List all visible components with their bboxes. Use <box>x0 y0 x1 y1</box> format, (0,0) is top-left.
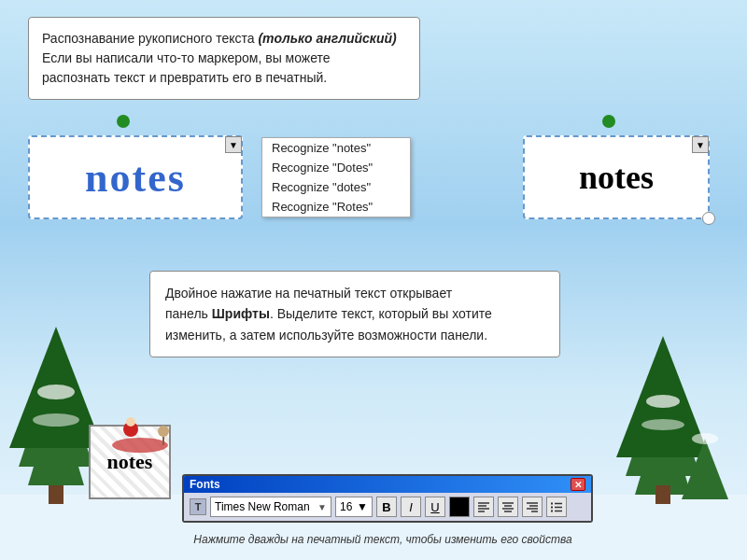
recognition-area: ▼ notes Recognize "notes" Recognize "Dot… <box>28 135 710 219</box>
menu-item-recognize-rotes[interactable]: Recognize "Rotes" <box>262 197 410 217</box>
menu-item-recognize-dotes[interactable]: Recognize "Dotes" <box>262 158 410 177</box>
green-dot-right <box>602 115 615 128</box>
svg-point-6 <box>37 385 75 399</box>
info-mid-line2-start: панель <box>165 306 212 321</box>
svg-marker-9 <box>626 364 700 476</box>
info-mid-line2-end: . Выделите текст, который вы хотите <box>270 306 492 321</box>
font-size-arrow: ▼ <box>357 500 368 513</box>
svg-rect-11 <box>655 485 670 504</box>
svg-marker-10 <box>616 336 710 457</box>
fonts-panel-title: Fonts <box>190 478 220 491</box>
bold-button[interactable]: B <box>376 497 397 517</box>
svg-marker-2 <box>19 355 93 467</box>
svg-marker-1 <box>28 392 84 485</box>
context-menu: Recognize "notes" Recognize "Dotes" Reco… <box>261 137 411 217</box>
svg-rect-32 <box>551 511 553 512</box>
info-top-italic: (только английский) <box>258 31 396 46</box>
info-mid-line1: Двойное нажатие на печатный текст открыв… <box>165 286 452 301</box>
green-dot-left <box>117 115 130 128</box>
svg-rect-28 <box>551 503 553 505</box>
recognized-box: ▼ notes <box>523 135 710 219</box>
caption: Нажмите дважды на печатный текст, чтобы … <box>182 533 584 546</box>
font-size-dropdown[interactable]: 16 ▼ <box>335 497 373 517</box>
resize-handle[interactable] <box>702 212 715 225</box>
font-name-arrow: ▼ <box>317 502 327 512</box>
recognized-text: notes <box>579 158 654 197</box>
notes-box-text: notes <box>107 450 153 474</box>
list-button[interactable] <box>546 497 567 517</box>
font-color-button[interactable] <box>449 497 470 517</box>
svg-point-13 <box>641 419 684 430</box>
align-left-button[interactable] <box>473 497 494 517</box>
handwritten-box: ▼ notes <box>28 135 243 219</box>
align-center-button[interactable] <box>498 497 518 517</box>
svg-point-12 <box>646 395 680 408</box>
info-mid-bold: Шрифты <box>212 306 270 321</box>
svg-marker-14 <box>682 439 728 499</box>
font-type-icon: T <box>190 498 206 515</box>
handwritten-text: notes <box>85 154 186 202</box>
info-top-line1: Распознавание рукописного текста <box>42 31 258 46</box>
fonts-panel-close-btn[interactable]: ✕ <box>571 478 585 491</box>
info-box-top: Распознавание рукописного текста (только… <box>28 17 420 100</box>
menu-item-recognize-notes[interactable]: Recognize "notes" <box>262 138 410 158</box>
svg-rect-30 <box>551 507 553 509</box>
italic-button[interactable]: I <box>401 497 421 517</box>
info-top-line2: Если вы написали что-то маркером, вы мож… <box>42 50 331 65</box>
fonts-panel-titlebar: Fonts ✕ <box>184 476 591 493</box>
font-name-value: Times New Roman <box>215 500 316 513</box>
fonts-panel: Fonts ✕ T Times New Roman ▼ 16 ▼ B I U <box>182 474 593 523</box>
info-mid-line3: изменить, а затем используйте возможност… <box>165 328 487 343</box>
svg-point-7 <box>33 413 79 427</box>
recognized-dropdown-btn[interactable]: ▼ <box>692 136 709 153</box>
handwritten-dropdown-btn[interactable]: ▼ <box>225 136 242 153</box>
svg-marker-8 <box>635 401 691 495</box>
underline-button[interactable]: U <box>425 497 445 517</box>
info-box-mid: Двойное нажатие на печатный текст открыв… <box>149 271 560 357</box>
align-right-button[interactable] <box>522 497 543 517</box>
svg-rect-4 <box>49 485 63 504</box>
svg-marker-5 <box>28 392 84 485</box>
svg-point-15 <box>692 433 718 444</box>
font-name-dropdown[interactable]: Times New Roman ▼ <box>210 497 331 517</box>
menu-item-recognize-dotes2[interactable]: Recognize "dotes" <box>262 177 410 197</box>
fonts-panel-body: T Times New Roman ▼ 16 ▼ B I U <box>184 493 591 521</box>
info-top-line3: распознать текст и превратить его в печа… <box>42 70 327 85</box>
font-size-value: 16 <box>340 500 355 513</box>
notes-label-box: notes <box>89 425 171 499</box>
